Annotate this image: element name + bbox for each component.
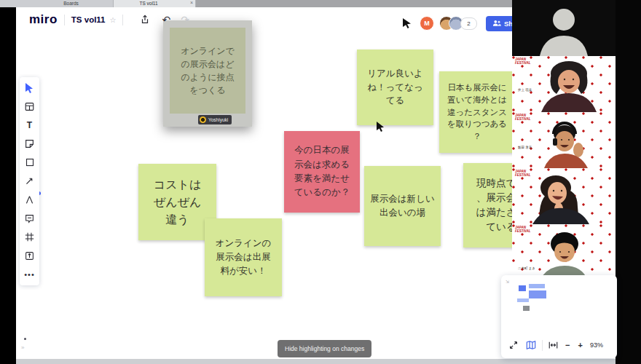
frame-icon [25,232,34,242]
people-icon [492,20,501,27]
participant-name: 二木町 まき [518,266,535,270]
header-right-cluster: M 2 Share [402,15,530,32]
editing-author-chip: Yoshiyuki [198,115,232,124]
divider [64,15,65,25]
avatar-m[interactable]: M [420,16,434,31]
divider [542,340,543,351]
cursor-icon [25,83,34,93]
mouse-cursor-icon [376,122,385,132]
minimap-panel: ⇲ − + 93% [501,275,617,358]
export-button[interactable] [140,15,150,25]
undo-button[interactable]: ↶ [162,14,170,25]
redo-button[interactable]: ↷ [181,14,189,25]
tab-label: Boards [29,1,113,6]
pen-icon [25,195,34,205]
sticky-note-japan-stance[interactable]: 日本も展示会に 置いて海外とは 違ったスタンス を取りつつある ？ [439,71,515,153]
templates-tool[interactable] [24,101,36,113]
video-tile-participant-4: JAPAN FESTIVAL [512,168,616,224]
person-silhouette-icon [512,0,616,56]
participant-name: 飯田 孝喜 [518,146,532,149]
note-text: 展示会は新しい 出会いの場 [364,192,441,221]
hide-highlighting-button[interactable]: Hide highlighting on changes [278,340,371,357]
pen-tool[interactable] [24,194,36,206]
export-icon [140,15,150,25]
bottom-edge-strip [16,359,616,364]
zoom-level[interactable]: 93% [590,341,603,349]
minimap-toggle-icon[interactable] [525,340,537,350]
zoom-in-button[interactable]: + [578,341,582,349]
sticky-note-icon [25,139,34,149]
favorite-star-icon[interactable]: ☆ [110,16,117,24]
festival-logo-text: JAPAN FESTIVAL [515,226,530,234]
fullscreen-icon[interactable] [508,340,519,350]
note-text: オンラインで の展示会はど のように接点 をつくる [170,44,245,97]
zoom-controls: − + 93% [501,338,617,352]
comment-icon [25,214,34,223]
note-text: リアル良いよ ね！ってなっ てる [357,67,433,108]
video-call-panel: JAPAN FESTIVAL 井上 萌美 JAPAN FESTIVAL 飯田 孝… [512,0,616,280]
miro-app-window: Boards TS vol11 × miro TS vol11 ☆ ↶ ↷ M [0,0,641,364]
arrow-icon [25,176,34,186]
participant-count-badge[interactable]: 2 [460,17,477,30]
minimap-thumbnail [517,298,529,302]
upload-icon [25,251,34,261]
more-tools[interactable]: ••• [24,269,36,280]
sticky-note-tool[interactable] [24,138,36,150]
sticky-note-new-encounters[interactable]: 展示会は新しい 出会いの場 [364,166,441,246]
sticky-note-cheap-exhibition-fee[interactable]: オンラインの 展示会は出展 料が安い！ [205,218,282,296]
author-avatar [200,116,206,123]
divider [122,15,123,25]
upload-tool[interactable] [24,250,36,261]
board-title[interactable]: TS vol11 [71,15,106,24]
tab-close-icon[interactable]: × [190,0,193,5]
shape-tool[interactable] [24,157,36,168]
miro-logo[interactable]: miro [29,12,58,27]
video-tile-participant-5: JAPAN FESTIVAL 二木町 まき [512,224,616,280]
minimap-thumbnail [529,284,545,288]
minimap-thumbnail [523,306,530,311]
fit-to-screen-icon[interactable] [548,340,559,350]
connector-tool[interactable] [24,175,36,187]
browser-tab-tsvol11[interactable]: TS vol11 × [114,0,196,7]
video-tile-participant-2: JAPAN FESTIVAL 井上 萌美 [512,56,616,112]
tab-label: TS vol11 [114,1,184,6]
collapse-panel-icon[interactable]: ⇲ [506,279,509,284]
creation-toolbar: T [20,77,39,285]
author-name: Yoshiyuki [208,117,228,122]
note-text: オンラインの 展示会は出展 料が安い！ [205,237,282,277]
minimap-thumbnail [529,290,546,298]
minimap-thumbnail [519,285,526,291]
video-tile-camera-off [512,0,616,56]
app-header: miro TS vol11 ☆ ↶ ↷ [29,10,189,29]
festival-logo-text: JAPAN FESTIVAL [515,170,530,178]
browser-tab-boards[interactable]: Boards [0,0,114,7]
status-dot [24,338,26,340]
right-letterbox-bar [616,0,641,364]
note-text: 今の日本の展 示会は求める 要素を満たせ ているのか？ [284,143,360,200]
square-icon [25,158,34,167]
zoom-out-button[interactable]: − [565,341,570,349]
expand-chevrons[interactable]: » [21,344,24,351]
note-text: 日本も展示会に 置いて海外とは 違ったスタンス を取りつつある ？ [439,82,515,142]
festival-logo-text: JAPAN FESTIVAL [515,58,530,66]
sticky-note-meets-needs-question[interactable]: 今の日本の展 示会は求める 要素を満たせ ているのか？ [284,131,360,213]
presenter-cursor-icon [402,17,413,29]
text-tool[interactable]: T [24,119,36,131]
participant-name: 井上 萌美 [518,88,532,92]
comment-tool[interactable] [24,213,36,224]
left-letterbox-bar [0,7,16,364]
templates-icon [25,102,34,111]
festival-logo-text: JAPAN FESTIVAL [515,114,530,122]
select-tool[interactable] [24,82,36,94]
frame-tool[interactable] [24,232,36,243]
video-tile-participant-3: JAPAN FESTIVAL 飯田 孝喜 [512,112,616,168]
sticky-note-online-contact[interactable]: オンラインで の展示会はど のように接点 をつくる [170,28,245,114]
sticky-note-real-is-good[interactable]: リアル良いよ ね！ってなっ てる [357,50,433,125]
